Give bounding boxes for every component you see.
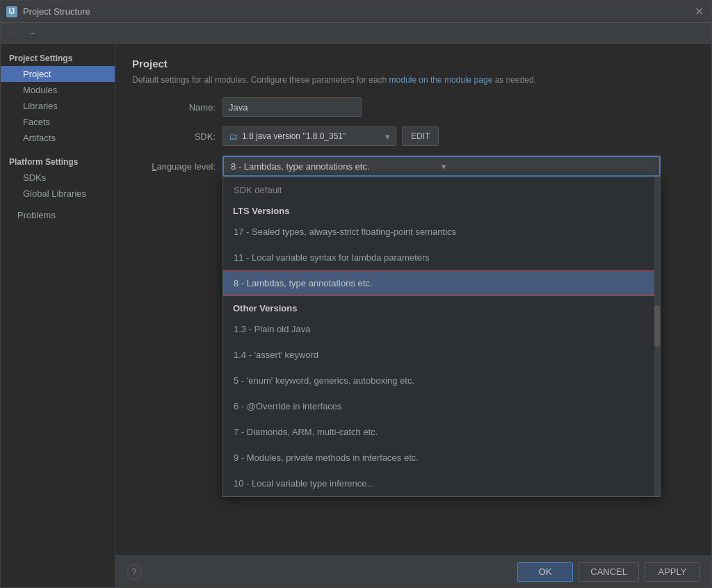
dropdown-item-1-4[interactable]: 1.4 - 'assert' keyword: [223, 342, 660, 368]
main-content: Project Default settings for all modules…: [115, 44, 711, 555]
sidebar-item-libraries[interactable]: Libraries: [1, 98, 115, 114]
dropdown-item-6[interactable]: 6 - @Override in interfaces: [223, 393, 660, 419]
close-button[interactable]: ✕: [692, 5, 706, 19]
compiler-output-option[interactable]: SDK default: [223, 177, 660, 199]
sidebar-item-facets[interactable]: Facets: [1, 114, 115, 130]
sdk-dropdown-arrow: ▾: [385, 131, 390, 142]
language-level-row: Language level: 8 - Lambdas, type annota…: [132, 156, 695, 177]
help-button[interactable]: ?: [127, 564, 142, 580]
content-area: Project Settings Project Modules Librari…: [1, 44, 711, 587]
bottom-bar: ? OK CANCEL APPLY: [115, 555, 711, 587]
sdk-row: SDK: 🗂 1.8 java version "1.8.0_351" ▾ ED…: [132, 126, 695, 146]
dropdown-scrollbar-track: [654, 177, 660, 496]
sidebar-item-project[interactable]: Project: [1, 66, 115, 82]
back-button[interactable]: ←: [6, 26, 22, 41]
ok-button[interactable]: OK: [517, 562, 573, 582]
main-panel: Project Default settings for all modules…: [115, 44, 711, 587]
module-page-link[interactable]: module on the module page: [389, 75, 493, 85]
cancel-button[interactable]: CANCEL: [578, 562, 639, 582]
sdk-label: SDK:: [132, 131, 222, 142]
lang-level-select[interactable]: 8 - Lambdas, type annotations etc. ▾: [222, 156, 661, 177]
dropdown-scrollbar-thumb[interactable]: [654, 305, 660, 347]
lang-level-label: Language level:: [132, 161, 222, 172]
forward-button[interactable]: →: [24, 26, 40, 41]
window-title: Project Structure: [23, 6, 692, 17]
sdk-control-row: 🗂 1.8 java version "1.8.0_351" ▾ EDIT: [222, 126, 439, 146]
sidebar-item-global-libraries[interactable]: Global Libraries: [1, 186, 115, 202]
toolbar: ← →: [1, 23, 711, 44]
sdk-select[interactable]: 🗂 1.8 java version "1.8.0_351" ▾: [222, 126, 396, 146]
sidebar-item-modules[interactable]: Modules: [1, 82, 115, 98]
name-row: Name:: [132, 97, 695, 117]
titlebar: IJ Project Structure ✕: [1, 1, 711, 23]
sidebar-item-sdks[interactable]: SDKs: [1, 170, 115, 186]
project-structure-window: IJ Project Structure ✕ ← → Project Setti…: [0, 0, 712, 588]
lang-level-value: 8 - Lambdas, type annotations etc.: [231, 161, 442, 172]
page-description: Default settings for all modules. Config…: [132, 75, 695, 85]
dropdown-item-11[interactable]: 11 - Local variable syntax for lambda pa…: [223, 245, 660, 270]
app-icon: IJ: [6, 6, 17, 17]
sidebar-item-problems[interactable]: Problems: [1, 207, 115, 223]
project-settings-label: Project Settings: [1, 49, 115, 66]
lang-level-arrow: ▾: [442, 161, 652, 172]
page-title: Project: [132, 58, 695, 70]
platform-settings-label: Platform Settings: [1, 153, 115, 170]
name-label: Name:: [132, 102, 222, 113]
language-level-dropdown: SDK default LTS Versions 17 - Sealed typ…: [222, 177, 661, 497]
sdk-edit-button[interactable]: EDIT: [402, 126, 439, 146]
dropdown-scroll-area[interactable]: SDK default LTS Versions 17 - Sealed typ…: [223, 177, 660, 496]
dropdown-item-8[interactable]: 8 - Lambdas, type annotations etc.: [223, 270, 660, 296]
dropdown-item-9[interactable]: 9 - Modules, private methods in interfac…: [223, 445, 660, 471]
lang-level-control: 8 - Lambdas, type annotations etc. ▾ SDK…: [222, 156, 661, 177]
dropdown-item-1-3[interactable]: 1.3 - Plain old Java: [223, 316, 660, 342]
apply-button[interactable]: APPLY: [645, 562, 700, 582]
name-input[interactable]: [222, 97, 362, 117]
sdk-icon: 🗂: [229, 131, 238, 142]
sidebar: Project Settings Project Modules Librari…: [1, 44, 115, 587]
other-section-label: Other Versions: [223, 296, 660, 316]
dropdown-item-5[interactable]: 5 - 'enum' keyword, generics, autoboxing…: [223, 368, 660, 393]
dropdown-item-10[interactable]: 10 - Local variable type inference...: [223, 471, 660, 496]
sdk-value: 1.8 java version "1.8.0_351": [242, 131, 381, 141]
lts-section-label: LTS Versions: [223, 199, 660, 219]
dropdown-item-17[interactable]: 17 - Sealed types, always-strict floatin…: [223, 219, 660, 245]
sidebar-item-artifacts[interactable]: Artifacts: [1, 130, 115, 146]
dropdown-item-7[interactable]: 7 - Diamonds, ARM, multi-catch etc.: [223, 419, 660, 445]
